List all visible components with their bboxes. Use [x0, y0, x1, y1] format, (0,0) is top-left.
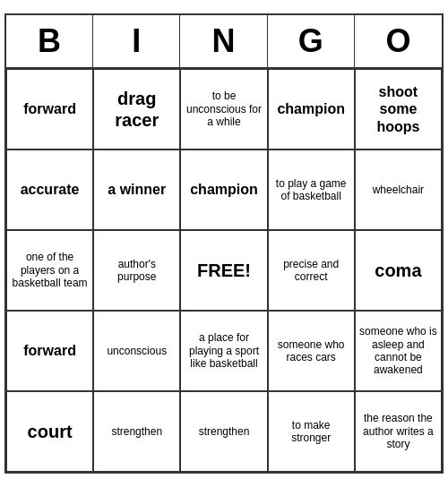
bingo-cell-11: author's purpose: [93, 230, 180, 311]
bingo-grid: forwarddrag racerto be unconscious for a…: [6, 69, 442, 472]
bingo-cell-0: forward: [6, 69, 93, 150]
bingo-cell-16: unconscious: [93, 311, 180, 391]
bingo-cell-12: FREE!: [180, 230, 267, 311]
bingo-cell-3: champion: [268, 69, 355, 150]
bingo-cell-8: to play a game of basketball: [268, 150, 355, 230]
bingo-cell-24: the reason the author writes a story: [355, 391, 442, 472]
bingo-cell-9: wheelchair: [355, 150, 442, 230]
header-letter-i: I: [93, 15, 180, 67]
bingo-cell-13: precise and correct: [268, 230, 355, 311]
header-letter-n: N: [180, 15, 267, 67]
bingo-card: BINGO forwarddrag racerto be unconscious…: [4, 13, 444, 474]
bingo-cell-2: to be unconscious for a while: [180, 69, 267, 150]
bingo-cell-21: strengthen: [93, 391, 180, 472]
bingo-cell-10: one of the players on a basketball team: [6, 230, 93, 311]
bingo-cell-5: accurate: [6, 150, 93, 230]
bingo-cell-4: shoot some hoops: [355, 69, 442, 150]
bingo-cell-22: strengthen: [180, 391, 267, 472]
bingo-cell-15: forward: [6, 311, 93, 391]
bingo-cell-20: court: [6, 391, 93, 472]
bingo-cell-14: coma: [355, 230, 442, 311]
bingo-cell-18: someone who races cars: [268, 311, 355, 391]
header-letter-g: G: [268, 15, 355, 67]
bingo-cell-23: to make stronger: [268, 391, 355, 472]
bingo-cell-19: someone who is asleep and cannot be awak…: [355, 311, 442, 391]
bingo-cell-6: a winner: [93, 150, 180, 230]
header-letter-o: O: [355, 15, 442, 67]
bingo-header: BINGO: [6, 15, 442, 69]
bingo-cell-1: drag racer: [93, 69, 180, 150]
bingo-cell-7: champion: [180, 150, 267, 230]
header-letter-b: B: [6, 15, 93, 67]
bingo-cell-17: a place for playing a sport like basketb…: [180, 311, 267, 391]
